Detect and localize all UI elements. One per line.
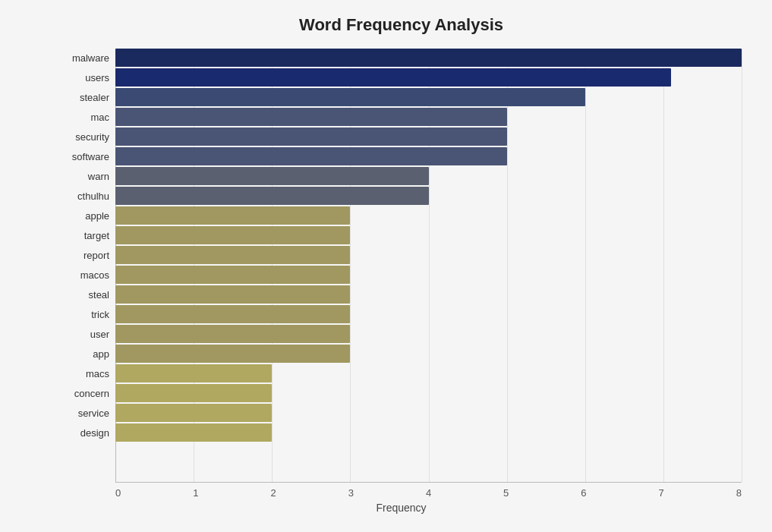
bar-row: cthulhu [61, 187, 742, 205]
bar-label: steal [61, 289, 115, 301]
bar-label: user [61, 329, 115, 340]
bar-track [115, 108, 742, 126]
bar-track [115, 68, 742, 87]
x-tick-label: 0 [115, 487, 121, 499]
bar-label: service [61, 408, 115, 419]
bar-track [115, 88, 742, 106]
bar-fill [115, 266, 350, 284]
bar-row: user [61, 325, 742, 343]
bar-label: trick [61, 309, 115, 320]
bar-fill [115, 404, 272, 422]
bar-track [115, 246, 742, 264]
bar-row: apple [61, 206, 742, 225]
x-axis-title: Frequency [61, 502, 742, 514]
bar-fill [115, 423, 272, 442]
bar-label: security [61, 131, 115, 143]
x-tick-label: 6 [581, 487, 586, 499]
bar-track [115, 285, 742, 304]
bar-track [115, 167, 742, 185]
bar-fill [115, 364, 272, 382]
bar-fill [115, 246, 350, 264]
bar-label: app [61, 348, 115, 360]
bar-track [115, 345, 742, 363]
bar-track [115, 187, 742, 205]
bar-label: macs [61, 368, 115, 379]
x-tick-label: 7 [659, 487, 664, 499]
grid-line [742, 49, 742, 482]
bar-track [115, 226, 742, 244]
bar-row: app [61, 345, 742, 363]
bar-fill [115, 108, 507, 126]
bar-label: users [61, 72, 115, 83]
bar-fill [115, 305, 350, 323]
bar-fill [115, 325, 350, 343]
bar-track [115, 305, 742, 323]
bar-row: security [61, 127, 742, 146]
bar-label: software [61, 151, 115, 162]
bar-fill [115, 285, 350, 304]
bar-label: target [61, 230, 115, 241]
bar-track [115, 423, 742, 442]
bar-fill [115, 68, 671, 87]
x-tick-label: 4 [426, 487, 431, 499]
bar-fill [115, 167, 429, 185]
bar-label: mac [61, 112, 115, 123]
bar-row: trick [61, 305, 742, 323]
bar-fill [115, 345, 350, 363]
bar-fill [115, 147, 507, 165]
bar-track [115, 364, 742, 382]
bar-row: macs [61, 364, 742, 382]
chart-title: Word Frequency Analysis [61, 15, 742, 35]
bar-fill [115, 127, 507, 146]
bar-row: software [61, 147, 742, 165]
bar-track [115, 325, 742, 343]
bar-row: steal [61, 285, 742, 304]
bar-row: macos [61, 266, 742, 284]
bar-label: concern [61, 388, 115, 399]
bar-label: design [61, 427, 115, 439]
x-tick-label: 2 [270, 487, 276, 499]
bar-track [115, 404, 742, 422]
bar-row: stealer [61, 88, 742, 106]
bar-fill [115, 226, 350, 244]
bar-track [115, 206, 742, 225]
chart-container: Word Frequency Analysis malwareusersstea… [0, 0, 772, 532]
bar-track [115, 147, 742, 165]
x-tick-label: 1 [193, 487, 198, 499]
bottom-section: 012345678 Frequency [61, 482, 742, 520]
x-tick-label: 8 [736, 487, 742, 499]
bar-fill [115, 206, 350, 225]
bar-track [115, 266, 742, 284]
bar-row: malware [61, 49, 742, 67]
bar-row: concern [61, 384, 742, 402]
bar-track [115, 49, 742, 67]
bar-row: design [61, 423, 742, 442]
bar-track [115, 127, 742, 146]
bar-label: apple [61, 210, 115, 222]
bar-label: malware [61, 52, 115, 64]
bar-fill [115, 384, 272, 402]
bar-fill [115, 88, 585, 106]
bar-row: mac [61, 108, 742, 126]
bar-row: report [61, 246, 742, 264]
x-tick-label: 5 [503, 487, 509, 499]
bars-section: malwareusersstealermacsecuritysoftwarewa… [61, 49, 742, 479]
bar-label: report [61, 250, 115, 261]
bar-label: warn [61, 171, 115, 182]
bar-row: service [61, 404, 742, 422]
bar-row: target [61, 226, 742, 244]
bar-track [115, 384, 742, 402]
chart-inner: malwareusersstealermacsecuritysoftwarewa… [61, 49, 742, 520]
bar-row: warn [61, 167, 742, 185]
grid-area: malwareusersstealermacsecuritysoftwarewa… [61, 49, 742, 482]
bar-label: macos [61, 269, 115, 281]
bar-fill [115, 49, 742, 67]
bar-label: stealer [61, 92, 115, 103]
x-tick-label: 3 [348, 487, 354, 499]
bar-fill [115, 187, 429, 205]
bar-label: cthulhu [61, 190, 115, 202]
x-axis-labels: 012345678 [115, 483, 742, 499]
bar-row: users [61, 68, 742, 87]
